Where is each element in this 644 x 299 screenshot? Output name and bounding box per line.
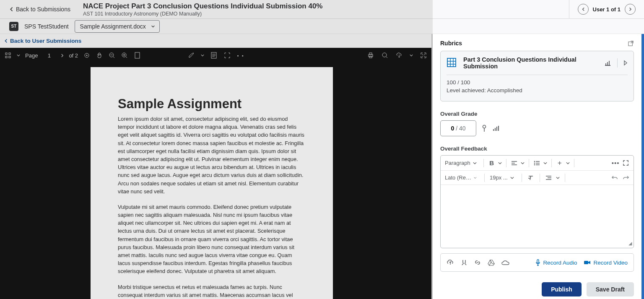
overall-feedback-label: Overall Feedback xyxy=(440,146,634,152)
expand-triangle-icon[interactable] xyxy=(623,60,628,66)
upload-file-icon[interactable] xyxy=(447,259,454,266)
expand-corners-icon[interactable] xyxy=(223,52,231,59)
document-page: Sample Assignment Lorem ipsum dolor sit … xyxy=(91,67,333,299)
video-camera-icon xyxy=(584,260,591,265)
page-label: Page xyxy=(25,52,38,59)
chevron-down-icon[interactable] xyxy=(410,52,413,59)
current-page[interactable]: 1 xyxy=(43,52,55,59)
onedrive-icon[interactable] xyxy=(501,260,510,265)
svg-rect-2 xyxy=(5,56,7,58)
record-audio-button[interactable]: Record Audio xyxy=(535,259,577,266)
font-selector[interactable]: Lato (Recom... xyxy=(445,174,479,181)
search-icon[interactable] xyxy=(381,52,389,59)
publish-button[interactable]: Publish xyxy=(542,282,582,296)
chevron-down-icon[interactable] xyxy=(543,162,547,164)
next-user-button[interactable] xyxy=(625,4,636,15)
total-pages: of 2 xyxy=(69,52,78,59)
google-drive-icon[interactable] xyxy=(488,260,495,266)
chevron-down-icon[interactable] xyxy=(521,162,525,164)
doc-paragraph: Morbi tristique senectus et netus et mal… xyxy=(118,283,306,299)
rubric-score: 100 / 100 xyxy=(447,79,628,86)
svg-point-13 xyxy=(382,53,387,57)
back-to-submissions-link[interactable]: Back to Submissions xyxy=(9,6,70,13)
grade-input[interactable]: 0 / 40 xyxy=(440,120,476,136)
more-dots-icon[interactable]: ••• xyxy=(612,159,619,167)
pin-icon[interactable] xyxy=(481,125,487,132)
file-selector[interactable]: Sample Assignment.docx xyxy=(75,20,160,33)
chevron-down-icon[interactable] xyxy=(498,162,502,164)
svg-rect-0 xyxy=(5,53,7,55)
svg-rect-1 xyxy=(9,53,10,55)
chevron-down-icon xyxy=(474,177,477,179)
attachment-row: Record Audio Record Video xyxy=(440,253,634,272)
redo-icon[interactable] xyxy=(622,174,629,182)
rubric-title[interactable]: Part 3 Conclusion Questions Individual S… xyxy=(463,56,599,70)
svg-point-17 xyxy=(534,161,535,162)
zoom-out-icon[interactable] xyxy=(108,52,116,59)
chevron-left-icon xyxy=(9,7,13,12)
bar-chart-icon[interactable] xyxy=(492,125,500,132)
print-icon[interactable] xyxy=(367,52,374,59)
feedback-textarea[interactable]: ◢ xyxy=(441,185,634,248)
svg-rect-20 xyxy=(537,260,539,263)
chevron-down-icon[interactable] xyxy=(201,52,204,59)
settings-icon[interactable] xyxy=(83,52,91,59)
rubric-level: Level achieved: Accomplished xyxy=(447,87,628,94)
bar-chart-icon[interactable] xyxy=(605,60,611,66)
more-dots-icon[interactable]: ● ● xyxy=(237,52,244,59)
clear-format-icon[interactable] xyxy=(527,174,535,182)
grade-max: / 40 xyxy=(456,125,465,132)
prev-user-button[interactable] xyxy=(578,4,589,15)
svg-point-16 xyxy=(483,125,486,128)
chevron-down-icon[interactable] xyxy=(566,162,570,164)
svg-rect-11 xyxy=(369,53,372,55)
user-counter: User 1 of 1 xyxy=(593,6,621,13)
student-name: SPS TestStudent xyxy=(24,23,69,30)
page-title: NACE Project Part 3 Conclusion Questions… xyxy=(83,2,569,10)
svg-rect-15 xyxy=(447,58,456,67)
chevron-down-icon xyxy=(510,177,514,179)
indent-icon[interactable] xyxy=(545,174,553,182)
rubric-grid-icon xyxy=(447,57,457,68)
quicklink-icon[interactable] xyxy=(461,259,467,266)
microphone-icon xyxy=(535,259,540,266)
view-mode-icon[interactable] xyxy=(4,52,12,59)
course-name: AST 101 Introductory Astronomy (DEMO Man… xyxy=(83,11,569,17)
insert-button[interactable]: + xyxy=(556,159,564,167)
popout-icon[interactable] xyxy=(628,40,634,47)
svg-point-5 xyxy=(86,55,88,56)
save-draft-button[interactable]: Save Draft xyxy=(587,282,634,296)
download-icon[interactable] xyxy=(395,52,403,59)
fullscreen-icon[interactable] xyxy=(420,52,427,59)
list-button[interactable] xyxy=(533,159,541,167)
svg-rect-21 xyxy=(584,261,588,264)
doc-heading: Sample Assignment xyxy=(118,96,306,112)
link-icon[interactable] xyxy=(474,259,481,266)
rubric-card: Part 3 Conclusion Questions Individual S… xyxy=(440,51,634,101)
chevron-down-icon[interactable] xyxy=(556,177,560,179)
bold-button[interactable]: B xyxy=(488,159,496,167)
undo-icon[interactable] xyxy=(611,174,618,182)
align-button[interactable] xyxy=(511,159,518,167)
annotate-pen-icon[interactable] xyxy=(187,52,195,59)
fullscreen-editor-icon[interactable] xyxy=(622,159,629,167)
resize-grip-icon[interactable]: ◢ xyxy=(628,241,632,246)
pan-icon[interactable] xyxy=(96,52,103,59)
back-label: Back to Submissions xyxy=(16,6,70,13)
chevron-right-icon xyxy=(628,7,632,11)
user-nav: User 1 of 1 xyxy=(569,0,644,18)
separator xyxy=(617,58,618,68)
chevron-down-icon[interactable] xyxy=(17,52,20,59)
back-to-user-submissions-link[interactable]: Back to User Submissions xyxy=(0,34,431,48)
chevron-down-icon xyxy=(473,162,477,164)
student-avatar: ST xyxy=(9,22,18,31)
overall-grade-label: Overall Grade xyxy=(440,111,634,117)
fit-page-icon[interactable] xyxy=(133,52,141,59)
zoom-in-icon[interactable] xyxy=(121,52,128,59)
next-page-icon[interactable] xyxy=(60,52,64,59)
svg-point-18 xyxy=(534,162,535,164)
note-icon[interactable] xyxy=(210,52,218,59)
record-video-button[interactable]: Record Video xyxy=(584,260,628,266)
font-size-selector[interactable]: 19px ... xyxy=(490,174,517,181)
format-selector[interactable]: Paragraph xyxy=(445,160,479,166)
